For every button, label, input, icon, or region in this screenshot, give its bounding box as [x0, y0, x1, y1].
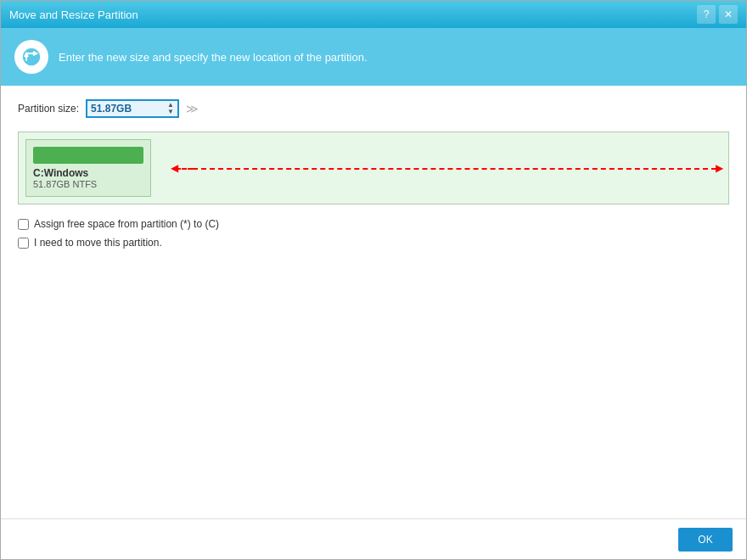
- dialog-header: Enter the new size and specify the new l…: [1, 28, 746, 86]
- right-arrow-head: ▶: [716, 162, 723, 174]
- checkbox2-label: I need to move this partition.: [34, 237, 162, 249]
- double-arrow-icon[interactable]: ≫: [186, 102, 199, 115]
- left-arrow-head: ◀: [171, 162, 178, 174]
- right-arrow-line: [193, 168, 716, 170]
- partition-size-row: Partition size: 51.87GB ▲ ▼ ≫: [18, 99, 729, 118]
- close-icon: ✕: [724, 8, 733, 20]
- partition-size-value: 51.87GB: [91, 103, 132, 115]
- dialog-body: Partition size: 51.87GB ▲ ▼ ≫: [1, 86, 746, 269]
- main-layout: Wiz: [0, 81, 747, 560]
- partition-sub: 51.87GB NTFS: [33, 179, 143, 189]
- partition-progress-bar: [33, 147, 143, 164]
- dialog-help-button[interactable]: ?: [697, 5, 716, 24]
- partition-size-input[interactable]: 51.87GB ▲ ▼: [86, 99, 179, 118]
- dialog-controls: ? ✕: [697, 5, 738, 24]
- dialog-header-icon: [14, 40, 48, 74]
- partition-block: C:Windows 51.87GB NTFS: [25, 139, 151, 197]
- spin-buttons: ▲ ▼: [167, 102, 174, 115]
- dialog-footer: OK: [1, 518, 746, 559]
- main-content: Move and Resize Partition ? ✕: [85, 81, 735, 560]
- spin-down-button[interactable]: ▼: [167, 109, 174, 115]
- dialog-header-text: Enter the new size and specify the new l…: [59, 51, 368, 64]
- ok-button[interactable]: OK: [678, 528, 733, 552]
- dialog-close-button[interactable]: ✕: [719, 5, 738, 24]
- content-area: Par Par Move and Resize Partition: [38, 81, 747, 560]
- partition-visual: C:Windows 51.87GB NTFS ◀ ▶: [18, 132, 729, 204]
- dialog-window: Move and Resize Partition ? ✕: [0, 0, 747, 560]
- checkbox1-label: Assign free space from partition (*) to …: [34, 218, 219, 230]
- left-arrow-line: [176, 168, 193, 170]
- dialog-title: Move and Resize Partition: [9, 8, 697, 21]
- checkbox2[interactable]: [18, 238, 29, 249]
- dialog-titlebar: Move and Resize Partition ? ✕: [1, 1, 746, 28]
- checkbox2-row: I need to move this partition.: [18, 237, 729, 249]
- resize-icon: [20, 45, 43, 69]
- help-icon: ?: [704, 8, 710, 20]
- partition-label: C:Windows: [33, 167, 143, 179]
- checkbox1[interactable]: [18, 219, 29, 230]
- checkbox1-row: Assign free space from partition (*) to …: [18, 218, 729, 230]
- partition-size-label: Partition size:: [18, 103, 79, 115]
